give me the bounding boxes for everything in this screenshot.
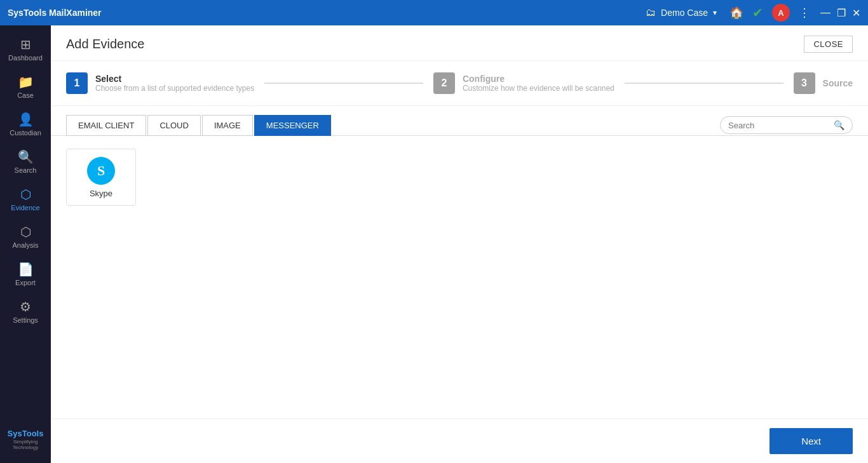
step-1: 1 Select Choose from a list of supported… bbox=[66, 72, 254, 94]
step-2-subtitle: Customize how the evidence will be scann… bbox=[463, 84, 614, 93]
window-controls: — ❐ ✕ bbox=[820, 7, 860, 19]
step-1-info: Select Choose from a list of supported e… bbox=[95, 74, 254, 93]
case-info: 🗂 Demo Case ▾ bbox=[646, 7, 717, 18]
more-icon[interactable]: ⋮ bbox=[799, 6, 810, 20]
sidebar-item-settings[interactable]: ⚙ Settings bbox=[1, 294, 50, 329]
sidebar-item-case[interactable]: 📁 Case bbox=[1, 69, 50, 104]
sidebar-item-custodian[interactable]: 👤 Custodian bbox=[1, 107, 50, 142]
search-nav-icon: 🔍 bbox=[18, 149, 34, 164]
systools-logo: SysTools bbox=[8, 429, 44, 439]
skype-label: Skype bbox=[90, 189, 112, 198]
sidebar-item-evidence[interactable]: ⬡ Evidence bbox=[1, 182, 50, 217]
titlebar-actions: 🏠 ✔ A ⋮ bbox=[729, 4, 810, 22]
case-name: Demo Case bbox=[661, 8, 708, 18]
close-window-button[interactable]: ✕ bbox=[852, 7, 860, 19]
search-input[interactable] bbox=[728, 121, 830, 130]
tab-image[interactable]: IMAGE bbox=[202, 115, 253, 136]
home-icon[interactable]: 🏠 bbox=[729, 6, 743, 20]
step-3: 3 Source bbox=[794, 72, 853, 94]
tab-bar: EMAIL CLIENT CLOUD IMAGE MESSENGER 🔍 bbox=[51, 106, 868, 136]
evidence-card-skype[interactable]: S Skype bbox=[66, 149, 136, 206]
step-1-title: Select bbox=[95, 74, 254, 84]
check-icon[interactable]: ✔ bbox=[752, 5, 763, 20]
sidebar-label-evidence: Evidence bbox=[11, 204, 39, 211]
sidebar-item-search[interactable]: 🔍 Search bbox=[1, 144, 50, 179]
skype-icon: S bbox=[87, 157, 115, 185]
sidebar-bottom: SysTools Simplifying Technology bbox=[0, 429, 51, 457]
sidebar: ⊞ Dashboard 📁 Case 👤 Custodian 🔍 Search … bbox=[0, 25, 51, 463]
user-avatar[interactable]: A bbox=[772, 4, 790, 22]
tabs: EMAIL CLIENT CLOUD IMAGE MESSENGER bbox=[66, 115, 331, 135]
custodian-icon: 👤 bbox=[18, 112, 34, 127]
main-layout: ⊞ Dashboard 📁 Case 👤 Custodian 🔍 Search … bbox=[0, 25, 868, 463]
step-3-title: Source bbox=[823, 78, 853, 88]
step-2-info: Configure Customize how the evidence wil… bbox=[463, 74, 614, 93]
evidence-grid: S Skype bbox=[51, 136, 868, 419]
sidebar-label-settings: Settings bbox=[13, 316, 38, 324]
content-area: Add Evidence CLOSE 1 Select Choose from … bbox=[51, 25, 868, 463]
sidebar-label-dashboard: Dashboard bbox=[8, 54, 43, 62]
step-connector-1 bbox=[264, 83, 423, 84]
title-bar: SysTools MailXaminer 🗂 Demo Case ▾ 🏠 ✔ A… bbox=[0, 0, 868, 25]
evidence-icon: ⬡ bbox=[20, 187, 31, 202]
dashboard-icon: ⊞ bbox=[20, 37, 31, 52]
tab-email-client[interactable]: EMAIL CLIENT bbox=[66, 115, 146, 136]
case-icon: 🗂 bbox=[646, 7, 656, 18]
search-box[interactable]: 🔍 bbox=[720, 116, 853, 134]
app-name: SysTools MailXaminer bbox=[8, 8, 639, 18]
export-icon: 📄 bbox=[18, 262, 34, 277]
case-icon: 📁 bbox=[18, 74, 34, 90]
content-header: Add Evidence CLOSE bbox=[51, 25, 868, 61]
sidebar-label-custodian: Custodian bbox=[10, 129, 41, 137]
step-2-title: Configure bbox=[463, 74, 614, 84]
page-title: Add Evidence bbox=[66, 37, 144, 51]
next-button[interactable]: Next bbox=[770, 428, 853, 454]
tab-cloud[interactable]: CLOUD bbox=[147, 115, 201, 136]
sidebar-label-analysis: Analysis bbox=[13, 241, 39, 249]
step-2-number: 2 bbox=[433, 72, 455, 94]
sidebar-label-case: Case bbox=[17, 91, 34, 99]
case-dropdown-icon[interactable]: ▾ bbox=[713, 8, 717, 17]
settings-icon: ⚙ bbox=[20, 299, 31, 314]
step-1-subtitle: Choose from a list of supported evidence… bbox=[95, 84, 254, 93]
step-3-number: 3 bbox=[794, 72, 815, 94]
maximize-button[interactable]: ❐ bbox=[837, 7, 846, 19]
content-footer: Next bbox=[51, 419, 868, 463]
sidebar-item-export[interactable]: 📄 Export bbox=[1, 257, 50, 292]
step-2: 2 Configure Customize how the evidence w… bbox=[433, 72, 614, 94]
stepper: 1 Select Choose from a list of supported… bbox=[51, 61, 868, 106]
close-button[interactable]: CLOSE bbox=[804, 36, 853, 53]
sidebar-item-analysis[interactable]: ⬡ Analysis bbox=[1, 219, 50, 254]
sidebar-label-export: Export bbox=[15, 279, 36, 286]
minimize-button[interactable]: — bbox=[820, 7, 831, 18]
sidebar-item-dashboard[interactable]: ⊞ Dashboard bbox=[1, 32, 50, 67]
step-connector-2 bbox=[625, 83, 783, 84]
search-icon: 🔍 bbox=[834, 120, 844, 130]
sidebar-label-search: Search bbox=[15, 166, 37, 174]
step-3-info: Source bbox=[823, 78, 853, 88]
systools-tagline: Simplifying Technology bbox=[0, 439, 51, 450]
step-1-number: 1 bbox=[66, 72, 88, 94]
tab-messenger[interactable]: MESSENGER bbox=[254, 115, 331, 136]
analysis-icon: ⬡ bbox=[20, 224, 31, 239]
